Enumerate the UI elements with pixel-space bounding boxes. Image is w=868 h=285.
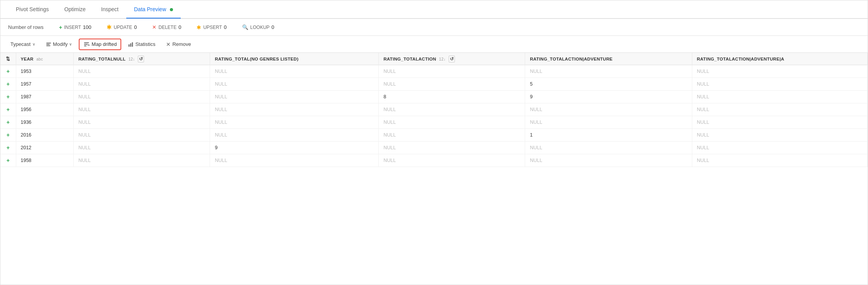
stat-update: ✱ UPDATE 0: [107, 24, 137, 31]
svg-rect-2: [46, 45, 51, 46]
cell-rating-total-no-genres: NULL: [210, 103, 379, 116]
lookup-icon: 🔍: [242, 24, 248, 30]
cell-rating-total-no-genres: NULL: [210, 116, 379, 129]
cell-rating-totalaction: NULL: [379, 103, 525, 116]
cell-rating-totalnull: NULL: [73, 65, 210, 78]
svg-rect-1: [46, 44, 50, 45]
cell-rating-totalaction-adventure: NULL: [525, 116, 692, 129]
table-header-row: ⇅ YEAR abc RATING_TOTALNULL 12↓ ↺ RATING…: [0, 53, 868, 65]
typecast-chevron-icon: ∨: [32, 42, 35, 46]
map-drifted-label: Map drifted: [92, 41, 117, 47]
col-year[interactable]: YEAR abc: [16, 53, 73, 65]
stat-upsert: ✱ UPSERT 0: [197, 24, 227, 30]
map-drifted-button[interactable]: Map drifted: [79, 39, 121, 50]
remove-label: Remove: [172, 41, 191, 47]
col-rating-totalaction-adventure[interactable]: RATING_TOTALACTION|ADVENTURE: [525, 53, 692, 65]
svg-rect-6: [129, 44, 130, 47]
cell-rating-totalaction-adventure-a: NULL: [692, 91, 867, 103]
table-row: +2012NULL9NULLNULLNULL: [0, 142, 868, 154]
cell-rating-totalaction: NULL: [379, 78, 525, 91]
row-add-button[interactable]: +: [0, 91, 16, 103]
cell-rating-totalaction-adventure-a: NULL: [692, 78, 867, 91]
typecast-button[interactable]: Typecast ∨: [7, 39, 39, 49]
stat-delete: ✕ DELETE 0: [152, 24, 181, 30]
cell-rating-totalaction-adventure-a: NULL: [692, 142, 867, 154]
tab-inspect[interactable]: Inspect: [93, 1, 126, 19]
table-row: +1987NULLNULL89NULL: [0, 91, 868, 103]
cell-rating-totalaction-adventure-a: NULL: [692, 154, 867, 167]
row-add-button[interactable]: +: [0, 129, 16, 142]
upsert-label: UPSERT: [203, 25, 222, 30]
cell-rating-totalnull: NULL: [73, 142, 210, 154]
cell-rating-total-no-genres: NULL: [210, 91, 379, 103]
tab-pivot-settings[interactable]: Pivot Settings: [8, 1, 57, 19]
tab-optimize[interactable]: Optimize: [57, 1, 93, 19]
cell-year: 2012: [16, 142, 73, 154]
row-add-button[interactable]: +: [0, 65, 16, 78]
cell-rating-totalaction-adventure: 9: [525, 91, 692, 103]
cell-rating-totalnull: NULL: [73, 103, 210, 116]
table-row: +1956NULLNULLNULLNULLNULL: [0, 103, 868, 116]
cell-rating-totalaction-adventure: 5: [525, 78, 692, 91]
cell-rating-totalnull: NULL: [73, 78, 210, 91]
cell-rating-totalaction-adventure-a: NULL: [692, 103, 867, 116]
add-row-icon[interactable]: +: [7, 81, 10, 87]
data-table-wrapper: ⇅ YEAR abc RATING_TOTALNULL 12↓ ↺ RATING…: [0, 53, 868, 285]
lookup-value: 0: [271, 24, 274, 30]
modify-button[interactable]: Modify ∨: [42, 39, 76, 49]
insert-value: 100: [83, 24, 92, 30]
col-rating-totalnull-type: 12↓: [129, 57, 135, 61]
col-rating-totalaction-adventure-a[interactable]: RATING_TOTALACTION|ADVENTURE|A: [692, 53, 867, 65]
cell-rating-totalnull: NULL: [73, 91, 210, 103]
col-rating-totalaction-map-icon[interactable]: ↺: [449, 56, 455, 62]
cell-rating-totalnull: NULL: [73, 154, 210, 167]
remove-button[interactable]: ✕ Remove: [162, 39, 195, 49]
col-rating-totalnull-label: RATING_TOTALNULL: [78, 57, 125, 61]
cell-rating-total-no-genres: 9: [210, 142, 379, 154]
add-row-icon[interactable]: +: [7, 145, 10, 151]
add-row-icon[interactable]: +: [7, 157, 10, 164]
typecast-label: Typecast: [10, 41, 31, 47]
col-rating-totalnull-map-icon[interactable]: ↺: [138, 56, 144, 62]
cell-year: 1987: [16, 91, 73, 103]
cell-year: 1958: [16, 154, 73, 167]
col-year-type: abc: [36, 57, 43, 61]
add-row-icon[interactable]: +: [7, 94, 10, 100]
map-drifted-icon: [83, 41, 90, 47]
upsert-value: 0: [224, 24, 227, 30]
cell-rating-totalaction-adventure: NULL: [525, 142, 692, 154]
cell-rating-totalaction: NULL: [379, 116, 525, 129]
cell-year: 1936: [16, 116, 73, 129]
add-row-icon[interactable]: +: [7, 68, 10, 74]
cell-rating-totalaction-adventure-a: NULL: [692, 129, 867, 142]
col-rating-totalnull[interactable]: RATING_TOTALNULL 12↓ ↺: [73, 53, 210, 65]
row-add-button[interactable]: +: [0, 116, 16, 129]
col-rating-total-no-genres-label: RATING_TOTAL(NO GENRES LISTED): [215, 57, 298, 61]
add-row-icon[interactable]: +: [7, 132, 10, 138]
svg-rect-0: [46, 42, 51, 43]
add-row-icon[interactable]: +: [7, 106, 10, 113]
cell-rating-total-no-genres: NULL: [210, 129, 379, 142]
upsert-icon: ✱: [197, 24, 201, 30]
svg-rect-5: [84, 46, 86, 46]
cell-rating-totalaction-adventure: NULL: [525, 65, 692, 78]
tab-data-preview[interactable]: Data Preview: [126, 1, 181, 19]
statistics-icon: [128, 42, 134, 47]
row-add-button[interactable]: +: [0, 78, 16, 91]
update-icon: ✱: [107, 24, 112, 31]
col-sort[interactable]: ⇅: [0, 53, 16, 65]
svg-rect-8: [132, 42, 133, 46]
col-rating-total-no-genres[interactable]: RATING_TOTAL(NO GENRES LISTED): [210, 53, 379, 65]
insert-label: INSERT: [64, 25, 81, 30]
col-rating-totalaction[interactable]: RATING_TOTALACTION 12↓ ↺: [379, 53, 525, 65]
row-add-button[interactable]: +: [0, 142, 16, 154]
row-add-button[interactable]: +: [0, 103, 16, 116]
cell-rating-totalaction-adventure: 1: [525, 129, 692, 142]
row-add-button[interactable]: +: [0, 154, 16, 167]
add-row-icon[interactable]: +: [7, 119, 10, 125]
delete-value: 0: [178, 24, 181, 30]
data-preview-dot: [170, 8, 173, 11]
update-value: 0: [134, 24, 137, 30]
statistics-button[interactable]: Statistics: [124, 39, 159, 49]
stat-lookup: 🔍 LOOKUP 0: [242, 24, 274, 30]
